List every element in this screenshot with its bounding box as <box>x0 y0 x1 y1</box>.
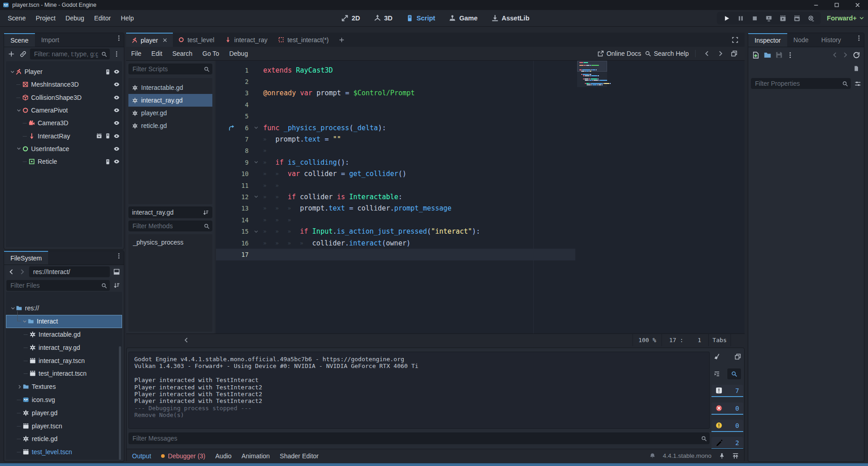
inspector-dock-menu-button[interactable] <box>854 33 864 43</box>
code-line-14[interactable]: 14»»» <box>216 214 745 226</box>
scene-tab-interact_ray[interactable]: interact_ray <box>220 33 273 47</box>
bottom-tab-output[interactable]: Output <box>132 452 151 460</box>
object-docs-icon[interactable] <box>853 65 859 72</box>
copy-output-button[interactable] <box>735 353 741 360</box>
property-filter-options-icon[interactable] <box>854 80 861 87</box>
filter-scripts-input[interactable] <box>128 65 212 73</box>
edits-count[interactable]: 2 <box>711 437 743 449</box>
menu-help[interactable]: Help <box>116 10 139 26</box>
code-line-8[interactable]: 8» <box>216 145 745 157</box>
workspace-tab-assetlib[interactable]: AssetLib <box>487 15 534 22</box>
code-line-12[interactable]: 12»»if collider is Interactable: <box>216 191 745 202</box>
filter-methods-input[interactable] <box>128 222 212 230</box>
search-output-button[interactable] <box>727 368 741 379</box>
history-back-button[interactable] <box>702 49 712 59</box>
collapse-duplicates-button[interactable] <box>714 371 720 377</box>
messages-count[interactable]: 7 <box>711 385 743 397</box>
new-scene-tab-button[interactable] <box>334 33 349 47</box>
tab-filesystem[interactable]: FileSystem <box>4 251 48 265</box>
save-resource-button[interactable] <box>775 51 783 59</box>
script-menu-debug[interactable]: Debug <box>224 47 253 61</box>
movie-maker-button[interactable] <box>808 15 814 22</box>
code-fold-icon[interactable] <box>254 125 259 130</box>
pin-panel-button[interactable] <box>719 453 725 459</box>
bottom-tab-audio[interactable]: Audio <box>216 452 232 460</box>
script-menu-edit[interactable]: Edit <box>147 47 167 61</box>
chevron-down-icon[interactable] <box>10 306 16 311</box>
scene-node-Player[interactable]: Player <box>6 65 122 78</box>
menu-project[interactable]: Project <box>31 10 61 26</box>
code-line-10[interactable]: 10»»var collider = get_collider() <box>216 168 745 180</box>
scene-filter-options-button[interactable] <box>112 49 122 59</box>
indent-mode[interactable]: Tabs <box>708 334 731 346</box>
fs-back-button[interactable] <box>6 267 16 277</box>
code-line-9[interactable]: 9»if is_colliding(): <box>216 157 745 168</box>
script-item-interact_ray.gd[interactable]: interact_ray.gd <box>128 94 212 107</box>
zoom-level[interactable]: 100 % <box>633 334 662 346</box>
workspace-tab-3d[interactable]: 3D <box>369 15 397 22</box>
renderer-select[interactable]: Forward+ <box>827 10 864 26</box>
chevron-down-icon[interactable] <box>16 146 22 151</box>
play-scene-button[interactable] <box>780 15 786 22</box>
add-node-button[interactable] <box>6 49 16 59</box>
workspace-tab-game[interactable]: Game <box>444 15 482 22</box>
new-resource-button[interactable] <box>752 51 760 59</box>
history-forward-button[interactable] <box>716 49 726 59</box>
inspector-forward-button[interactable] <box>842 52 848 58</box>
fs-sort-button[interactable] <box>112 280 122 290</box>
tab-scene[interactable]: Scene <box>4 33 35 47</box>
tab-import[interactable]: Import <box>35 33 66 47</box>
code-fold-icon[interactable] <box>254 194 259 199</box>
load-resource-button[interactable] <box>764 51 771 59</box>
file-res://[interactable]: res:// <box>6 302 122 315</box>
minimap-viewport[interactable] <box>577 61 607 72</box>
fs-path-input[interactable] <box>29 268 110 275</box>
edit-history-button[interactable] <box>853 51 860 59</box>
file-player.gd[interactable]: player.gd <box>6 406 122 419</box>
filesystem-dock-menu-button[interactable] <box>114 251 124 261</box>
filter-properties-input[interactable] <box>751 80 851 87</box>
scene-node-Camera3D[interactable]: Camera3D <box>6 117 122 129</box>
chevron-right-icon[interactable] <box>16 384 23 389</box>
scene-tab-test_level[interactable]: test_level <box>173 33 220 47</box>
code-line-3[interactable]: 3@onready var prompt = $Control/Prompt <box>216 88 745 99</box>
filter-messages-input[interactable] <box>128 435 710 442</box>
code-line-16[interactable]: 16»»»»collider.interact(owner) <box>216 237 745 249</box>
scene-node-CollisionShape3D[interactable]: CollisionShape3D <box>6 91 122 104</box>
online-docs-button[interactable]: Online Docs <box>598 50 641 57</box>
code-line-7[interactable]: 7»prompt.text = "" <box>216 133 745 145</box>
play-custom-scene-button[interactable] <box>794 15 800 22</box>
bottom-tab-shader-editor[interactable]: Shader Editor <box>280 452 319 460</box>
float-panel-button[interactable] <box>729 49 739 59</box>
method-item-_physics_process[interactable]: _physics_process <box>128 237 212 248</box>
maximize-button[interactable] <box>826 0 847 10</box>
script-item-reticle.gd[interactable]: reticle.gd <box>128 119 212 132</box>
code-minimap[interactable] <box>577 61 607 87</box>
code-line-13[interactable]: 13»»»prompt.text = collider.prompt_messa… <box>216 203 745 214</box>
chevron-down-icon[interactable] <box>16 108 22 113</box>
scene-node-MeshInstance3D[interactable]: MeshInstance3D <box>6 78 122 91</box>
file-icon.svg[interactable]: icon.svg <box>6 393 122 407</box>
code-line-11[interactable]: 11»» <box>216 180 745 191</box>
file-reticle.gd[interactable]: reticle.gd <box>6 432 122 446</box>
menu-editor[interactable]: Editor <box>89 10 116 26</box>
toggle-scripts-panel-button[interactable] <box>183 337 189 343</box>
errors-count[interactable]: 0 <box>711 402 743 415</box>
file-player.tscn[interactable]: player.tscn <box>6 419 122 432</box>
file-Interact[interactable]: Interact <box>6 315 122 328</box>
clear-output-button[interactable] <box>714 353 721 360</box>
tab-node[interactable]: Node <box>787 33 815 47</box>
play-button[interactable] <box>723 15 730 22</box>
warnings-count[interactable]: 0 <box>711 420 743 432</box>
script-item-Interactable.gd[interactable]: Interactable.gd <box>128 81 212 94</box>
file-Interactable.gd[interactable]: Interactable.gd <box>6 328 122 341</box>
pause-button[interactable] <box>737 15 744 22</box>
cursor-position[interactable]: 17 : 1 <box>662 334 708 346</box>
scrollbar[interactable] <box>119 346 121 460</box>
code-editor[interactable]: 1extends RayCast3D23@onready var prompt … <box>216 61 745 334</box>
workspace-tab-script[interactable]: Script <box>402 15 440 22</box>
code-line-5[interactable]: 5 <box>216 111 745 122</box>
menu-scene[interactable]: Scene <box>3 10 31 26</box>
fs-forward-button[interactable] <box>17 267 27 277</box>
file-test_level.tscn[interactable]: test_level.tscn <box>6 446 122 459</box>
